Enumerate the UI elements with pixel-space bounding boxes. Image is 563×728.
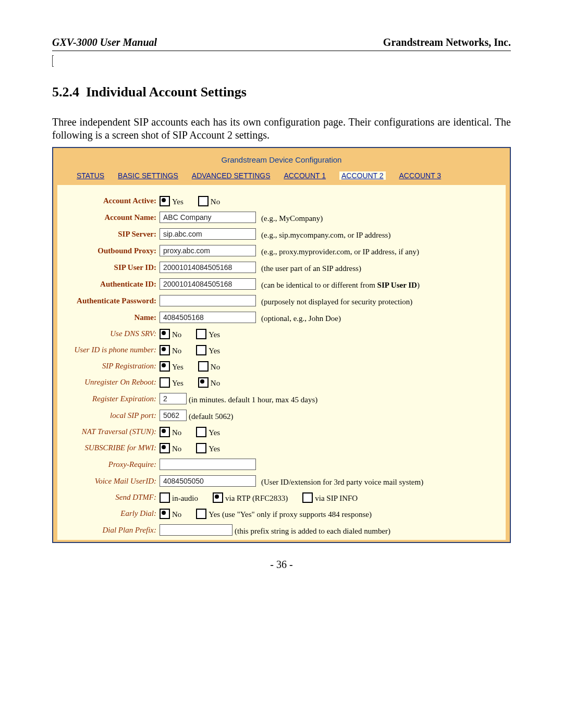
row-send-dtmf: Send DTMF: in-audio via RTP (RFC2833) vi… [63, 492, 500, 503]
row-proxy-req: Proxy-Require: [63, 459, 500, 470]
lbl-account-active: Account Active: [63, 196, 160, 205]
radio-icon[interactable] [160, 361, 170, 372]
row-dns-srv: Use DNS SRV: No Yes [63, 328, 500, 339]
section-heading: 5.2.4 Individual Account Settings [52, 84, 511, 100]
form-area: Account Active: Yes No Account Name: (e.… [57, 185, 506, 540]
radio-icon[interactable] [160, 345, 170, 355]
tab-account2[interactable]: ACCOUNT 2 [339, 171, 386, 180]
lbl-outbound-proxy: Outbound Proxy: [63, 246, 160, 255]
lbl-dial-prefix: Dial Plan Prefix: [63, 526, 160, 535]
lbl-proxy-req: Proxy-Require: [63, 460, 160, 469]
hint-name: (optional, e.g., John Doe) [261, 314, 341, 323]
checkbox-icon[interactable] [302, 492, 313, 503]
text-cursor-mark [52, 55, 54, 67]
row-reg-exp: Register Expiration: (in minutes. defaul… [63, 393, 500, 404]
row-account-active: Account Active: Yes No [63, 195, 500, 206]
tab-account1[interactable]: ACCOUNT 1 [284, 171, 326, 180]
lbl-uid-phone: User ID is phone number: [63, 346, 160, 354]
lbl-unreg-reboot: Unregister On Reboot: [63, 378, 160, 387]
input-vm-uid[interactable] [160, 475, 256, 487]
radio-icon[interactable] [196, 345, 206, 355]
lbl-account-name: Account Name: [63, 213, 160, 222]
lbl-sip-user-id: SIP User ID: [63, 263, 160, 272]
row-nat: NAT Traversal (STUN): No Yes [63, 426, 500, 437]
hint-dial-prefix: (this prefix string is added to each dia… [235, 527, 390, 536]
radio-icon[interactable] [198, 361, 209, 372]
lbl-auth-id: Authenticate ID: [63, 280, 160, 289]
radio-icon[interactable] [196, 427, 206, 437]
radio-icon[interactable] [160, 329, 170, 339]
radio-icon[interactable] [196, 509, 206, 519]
section-number: 5.2.4 [52, 84, 79, 100]
input-sip-server[interactable] [160, 228, 256, 240]
row-sip-reg: SIP Registration: Yes No [63, 361, 500, 372]
radio-icon[interactable] [160, 196, 170, 206]
page-header: GXV-3000 User Manual Grandstream Network… [52, 36, 511, 48]
radio-icon[interactable] [196, 329, 206, 339]
checkbox-icon[interactable] [213, 492, 223, 503]
input-account-name[interactable] [160, 212, 256, 223]
lbl-sip-reg: SIP Registration: [63, 362, 160, 371]
header-right: Grandstream Networks, Inc. [383, 36, 511, 48]
section-title: Individual Account Settings [86, 84, 247, 100]
hint-sip-server: (e.g., sip.mycompany.com, or IP address) [261, 231, 390, 240]
input-outbound-proxy[interactable] [160, 245, 256, 256]
hint-local-sip: (default 5062) [189, 412, 233, 421]
hint-sip-user-id: (the user part of an SIP address) [261, 264, 361, 273]
lbl-early-dial: Early Dial: [63, 509, 160, 518]
input-dial-prefix[interactable] [160, 524, 232, 536]
lbl-dns-srv: Use DNS SRV: [63, 329, 160, 338]
tab-basic[interactable]: BASIC SETTINGS [118, 171, 178, 180]
tab-account3[interactable]: ACCOUNT 3 [399, 171, 442, 180]
checkbox-icon[interactable] [160, 492, 170, 503]
hint-auth-id: (can be identical to or different from S… [261, 281, 420, 290]
opt-yes: Yes [172, 195, 183, 206]
lbl-nat: NAT Traversal (STUN): [63, 427, 160, 436]
radio-icon[interactable] [160, 443, 170, 453]
input-auth-id[interactable] [160, 278, 256, 290]
row-auth-pw: Authenticate Password: (purposely not di… [63, 295, 500, 306]
hint-vm-uid: (User ID/extension for 3rd party voice m… [261, 478, 423, 487]
input-local-sip[interactable] [160, 410, 187, 421]
opt-no: No [211, 195, 220, 206]
row-sub-mwi: SUBSCRIBE for MWI: No Yes [63, 442, 500, 453]
page-number: - 36 - [52, 559, 511, 571]
input-auth-pw[interactable] [160, 295, 256, 306]
radio-icon[interactable] [160, 509, 170, 519]
header-rule [52, 51, 511, 51]
hint-outbound-proxy: (e.g., proxy.myprovider.com, or IP addre… [261, 248, 419, 256]
config-screenshot: Grandstream Device Configuration STATUS … [52, 147, 511, 543]
tab-advanced[interactable]: ADVANCED SETTINGS [192, 171, 271, 180]
row-local-sip: local SIP port: (default 5062) [63, 410, 500, 421]
lbl-sip-server: SIP Server: [63, 230, 160, 239]
row-account-name: Account Name: (e.g., MyCompany) [63, 212, 500, 223]
row-unreg-reboot: Unregister On Reboot: Yes No [63, 377, 500, 388]
hint-reg-exp: (in minutes. default 1 hour, max 45 days… [189, 396, 317, 404]
radio-icon[interactable] [196, 443, 206, 453]
screenshot-title: Grandstream Device Configuration [53, 148, 510, 171]
row-name: Name: (optional, e.g., John Doe) [63, 312, 500, 323]
lbl-sub-mwi: SUBSCRIBE for MWI: [63, 443, 160, 452]
lbl-vm-uid: Voice Mail UserID: [63, 477, 160, 486]
row-outbound-proxy: Outbound Proxy: (e.g., proxy.myprovider.… [63, 245, 500, 256]
lbl-send-dtmf: Send DTMF: [63, 493, 160, 502]
lbl-reg-exp: Register Expiration: [63, 394, 160, 403]
hint-account-name: (e.g., MyCompany) [261, 214, 323, 223]
tab-status[interactable]: STATUS [77, 171, 104, 180]
radio-icon[interactable] [198, 377, 209, 388]
radio-icon[interactable] [160, 377, 170, 388]
section-body: Three independent SIP accounts each has … [52, 116, 511, 142]
row-sip-user-id: SIP User ID: (the user part of an SIP ad… [63, 262, 500, 273]
input-proxy-req[interactable] [160, 459, 256, 470]
input-reg-exp[interactable] [160, 393, 187, 404]
radio-icon[interactable] [198, 196, 209, 206]
manual-page: GXV-3000 User Manual Grandstream Network… [0, 0, 563, 728]
row-auth-id: Authenticate ID: (can be identical to or… [63, 278, 500, 290]
row-early-dial: Early Dial: No Yes (use "Yes" only if pr… [63, 508, 500, 519]
radio-icon[interactable] [160, 427, 170, 437]
lbl-auth-pw: Authenticate Password: [63, 297, 160, 305]
hint-auth-pw: (purposely not displayed for security pr… [261, 298, 412, 306]
input-sip-user-id[interactable] [160, 262, 256, 273]
row-uid-phone: User ID is phone number: No Yes [63, 344, 500, 355]
input-name[interactable] [160, 312, 256, 323]
